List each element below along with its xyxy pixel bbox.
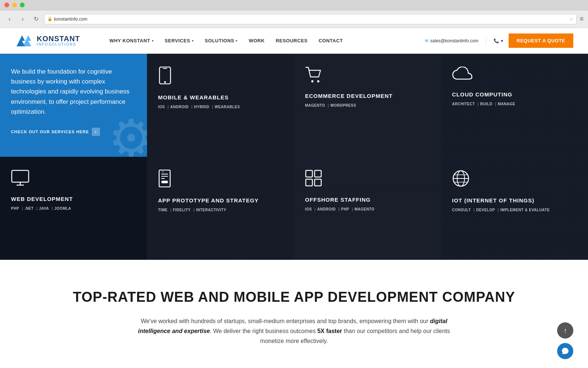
- svg-rect-17: [315, 170, 321, 177]
- mobile-wearables-title: MOBILE & WEARABLES: [158, 94, 283, 100]
- globe-icon: [452, 170, 577, 191]
- nav-work-label: WORK: [249, 38, 265, 43]
- cloud-tags: ARCHITECT BUILD MANAGE: [452, 102, 577, 106]
- bottom-section: TOP-RATED WEB AND MOBILE APP DEVELOPMENT…: [0, 260, 588, 368]
- request-quote-button[interactable]: REQUEST A QUOTE: [509, 33, 573, 48]
- website-content: KONSTANT INFOSOLUTIONS WHY KONSTANT ▾ SE…: [0, 28, 588, 368]
- nav-services[interactable]: SERVICES ▾: [165, 38, 194, 43]
- chevron-down-icon: ▾: [501, 38, 503, 43]
- svg-rect-3: [163, 68, 167, 69]
- nav-resources-label: RESOURCES: [276, 38, 308, 43]
- section-description: We've worked with hundreds of startups, …: [129, 316, 459, 346]
- tag-time: TIME: [158, 208, 173, 212]
- monitor-icon: [11, 170, 136, 189]
- grid-icon: [305, 170, 430, 190]
- chevron-down-icon: ▾: [192, 39, 194, 43]
- phone-icon: 📞: [494, 38, 499, 43]
- iot-title: IOT (INTERNET OF THINGS): [452, 197, 577, 204]
- tag-php: PHP: [11, 206, 25, 210]
- browser-menu-icon[interactable]: ≡: [580, 15, 584, 23]
- email-contact: ✉ sales@konstantinfo.com: [425, 38, 478, 43]
- tag-consult: CONSULT: [452, 208, 476, 212]
- phone-contact[interactable]: 📞 ▾: [494, 38, 503, 43]
- web-tags: PHP .NET JAVA JOOMLA: [11, 206, 136, 210]
- svg-rect-18: [306, 179, 312, 186]
- emphasis-text: digital intelligence and expertise: [138, 318, 447, 334]
- tag-android2: ANDROID: [317, 207, 341, 211]
- nav-resources[interactable]: RESOURCES: [276, 38, 308, 43]
- nav-solutions[interactable]: SOLUTIONS ▾: [205, 38, 238, 43]
- prototype-icon: [158, 170, 283, 191]
- nav-contact[interactable]: CONTACT: [319, 38, 343, 43]
- browser-chrome: ‹ › ↻ 🔒 konstantinfo.com ☆ ≡: [0, 0, 588, 28]
- arrow-right-icon: ›: [92, 128, 100, 136]
- reload-button[interactable]: ↻: [31, 14, 41, 24]
- speed-highlight: 5X faster: [317, 328, 342, 334]
- services-intro-cell: ⚙ We build the foundation for cognitive …: [0, 54, 147, 157]
- tag-android: ANDROID: [170, 105, 194, 109]
- logo-text: KONSTANT INFOSOLUTIONS: [37, 35, 80, 46]
- tag-hybrid: HYBRID: [194, 105, 215, 109]
- staffing-title: OFFSHORE STAFFING: [305, 197, 430, 203]
- service-prototype[interactable]: APP PROTOTYPE AND STRATEGY TIME FIDELITY…: [147, 157, 294, 260]
- service-iot[interactable]: IOT (INTERNET OF THINGS) CONSULT DEVELOP…: [441, 157, 588, 260]
- cloud-title: CLOUD COMPUTING: [452, 91, 577, 98]
- bookmark-icon[interactable]: ☆: [569, 17, 573, 22]
- mobile-icon: [158, 67, 283, 88]
- staffing-tags: IOS ANDROID PHP MAGENTO: [305, 207, 430, 211]
- tag-magento2: MAGENTO: [355, 207, 377, 211]
- brand-name: KONSTANT: [37, 35, 80, 42]
- ecommerce-tags: MAGENTO WORDPRESS: [305, 103, 430, 107]
- scroll-to-top-button[interactable]: ↑: [557, 322, 573, 339]
- brand-tagline: INFOSOLUTIONS: [37, 42, 80, 46]
- service-ecommerce[interactable]: ECOMMERCE DEVELOPMENT MAGENTO WORDPRESS: [294, 54, 441, 157]
- chat-button[interactable]: [557, 343, 573, 359]
- tag-magento: MAGENTO: [305, 103, 330, 107]
- tag-architect: ARCHITECT: [452, 102, 480, 106]
- cart-icon: [305, 67, 430, 86]
- tag-build: BUILD: [480, 102, 498, 106]
- services-intro-text: We build the foundation for cognitive bu…: [11, 67, 136, 117]
- service-mobile-wearables[interactable]: MOBILE & WEARABLES IOS ANDROID HYBRID WE…: [147, 54, 294, 157]
- nav-why-konstant-label: WHY KONSTANT: [110, 38, 150, 43]
- service-staffing[interactable]: OFFSHORE STAFFING IOS ANDROID PHP MAGENT…: [294, 157, 441, 260]
- tag-joomla: JOOMLA: [54, 206, 74, 210]
- nav-why-konstant[interactable]: WHY KONSTANT ▾: [110, 38, 154, 43]
- close-button[interactable]: [4, 3, 9, 7]
- svg-point-6: [317, 80, 319, 82]
- divider: [486, 37, 486, 45]
- browser-toolbar: ‹ › ↻ 🔒 konstantinfo.com ☆ ≡: [0, 10, 588, 28]
- tag-wordpress: WORDPRESS: [330, 103, 359, 107]
- svg-rect-14: [161, 181, 168, 183]
- address-bar[interactable]: 🔒 konstantinfo.com ☆: [44, 14, 577, 24]
- forward-button[interactable]: ›: [18, 14, 28, 24]
- tag-java: JAVA: [39, 206, 54, 210]
- nav-work[interactable]: WORK: [249, 38, 265, 43]
- svg-point-5: [311, 80, 313, 82]
- svg-rect-19: [315, 179, 321, 186]
- prototype-title: APP PROTOTYPE AND STRATEGY: [158, 197, 283, 204]
- nav-services-label: SERVICES: [165, 38, 190, 43]
- tag-wearables: WEARABLES: [215, 105, 243, 109]
- nav-solutions-label: SOLUTIONS: [205, 38, 234, 43]
- email-icon: ✉: [425, 38, 429, 43]
- service-web[interactable]: WEB DEVELOPMENT PHP .NET JAVA JOOMLA: [0, 157, 147, 260]
- web-title: WEB DEVELOPMENT: [11, 196, 136, 202]
- tag-dotnet: .NET: [25, 206, 39, 210]
- mobile-wearables-tags: IOS ANDROID HYBRID WEARABLES: [158, 105, 283, 109]
- tag-interactivity: INTERACTIVITY: [196, 208, 229, 212]
- service-cloud[interactable]: CLOUD COMPUTING ARCHITECT BUILD MANAGE: [441, 54, 588, 157]
- tag-develop: DEVELOP: [476, 208, 501, 212]
- back-button[interactable]: ‹: [4, 14, 15, 24]
- maximize-button[interactable]: [20, 3, 25, 7]
- ecommerce-title: ECOMMERCE DEVELOPMENT: [305, 93, 430, 99]
- iot-tags: CONSULT DEVELOP IMPLEMENT & EVALUATE: [452, 208, 577, 212]
- url-text: konstantinfo.com: [54, 17, 87, 22]
- logo[interactable]: KONSTANT INFOSOLUTIONS: [15, 32, 80, 50]
- services-link[interactable]: CHECK OUT OUR SERVICES HERE ›: [11, 128, 136, 136]
- lock-icon: 🔒: [47, 17, 53, 21]
- logo-icon: [15, 32, 33, 50]
- minimize-button[interactable]: [12, 3, 17, 7]
- prototype-tags: TIME FIDELITY INTERACTIVITY: [158, 208, 283, 212]
- browser-titlebar: [0, 0, 588, 10]
